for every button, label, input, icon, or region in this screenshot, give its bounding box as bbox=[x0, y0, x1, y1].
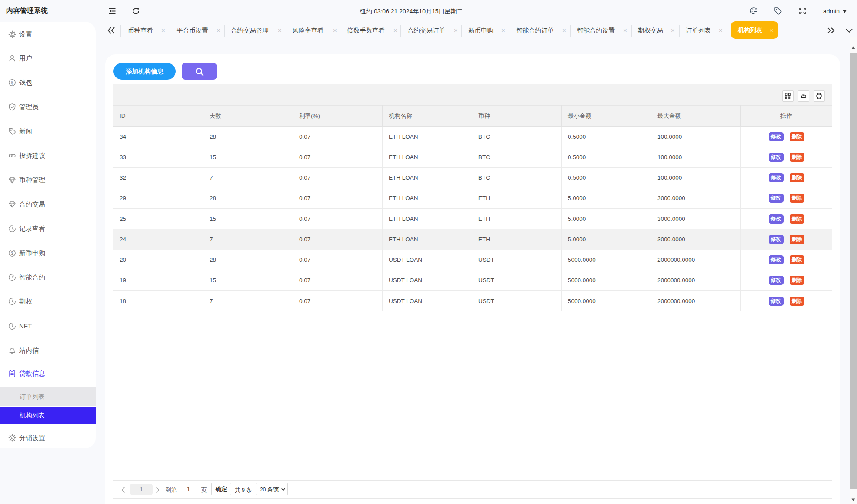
svg-text:$: $ bbox=[11, 80, 13, 85]
svg-text:$: $ bbox=[11, 251, 13, 256]
